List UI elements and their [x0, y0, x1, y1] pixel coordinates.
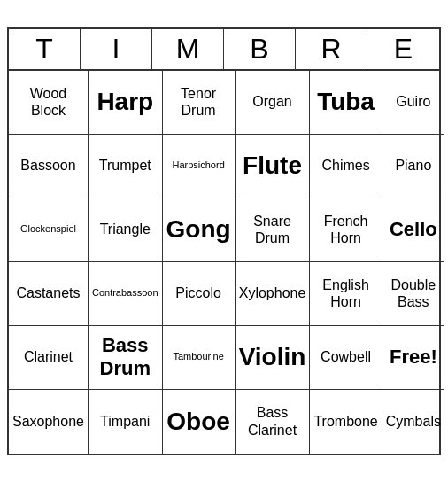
- bingo-cell-3[interactable]: Organ: [236, 71, 311, 135]
- bingo-cell-7[interactable]: Trumpet: [89, 135, 163, 198]
- bingo-cell-25[interactable]: Bass Drum: [89, 326, 163, 390]
- bingo-cell-26[interactable]: Tambourine: [163, 326, 236, 390]
- cell-label: Piccolo: [175, 284, 221, 301]
- bingo-cell-16[interactable]: French Horn: [310, 198, 382, 262]
- cell-label: Tenor Drum: [166, 85, 231, 119]
- cell-label: Bass Drum: [92, 334, 158, 381]
- cell-label: Tuba: [317, 87, 375, 117]
- bingo-cell-29[interactable]: Free!: [382, 326, 444, 390]
- bingo-cell-9[interactable]: Flute: [236, 135, 311, 198]
- bingo-cell-34[interactable]: Trombone: [310, 390, 382, 454]
- bingo-cell-17[interactable]: Cello: [382, 198, 444, 262]
- cell-label: Glockenspiel: [20, 223, 76, 235]
- cell-label: Snare Drum: [239, 213, 306, 246]
- cell-label: Trumpet: [99, 157, 151, 174]
- header-row: TIMBRE: [9, 29, 439, 71]
- bingo-cell-13[interactable]: Triangle: [89, 198, 163, 262]
- bingo-cell-0[interactable]: Wood Block: [9, 71, 89, 135]
- header-letter-e: E: [367, 29, 439, 69]
- cell-label: Guiro: [396, 93, 430, 110]
- cell-label: Organ: [252, 93, 291, 110]
- cell-label: English Horn: [313, 276, 377, 310]
- cell-label: Cymbals: [386, 413, 441, 430]
- cell-label: Gong: [166, 214, 231, 245]
- bingo-cell-11[interactable]: Piano: [382, 135, 444, 198]
- header-letter-i: I: [81, 29, 152, 69]
- bingo-cell-10[interactable]: Chimes: [310, 135, 382, 198]
- bingo-cell-15[interactable]: Snare Drum: [236, 198, 311, 262]
- cell-label: Harpsichord: [172, 159, 224, 171]
- header-letter-t: T: [9, 29, 81, 69]
- cell-label: Cello: [390, 218, 437, 241]
- cell-label: Double Bass: [386, 276, 441, 310]
- bingo-cell-22[interactable]: English Horn: [310, 262, 382, 326]
- bingo-cell-19[interactable]: Contrabassoon: [89, 262, 163, 326]
- header-letter-b: B: [224, 29, 296, 69]
- cell-label: Harp: [97, 87, 153, 117]
- grid: Wood BlockHarpTenor DrumOrganTubaGuiroBa…: [9, 71, 439, 454]
- bingo-cell-1[interactable]: Harp: [89, 71, 163, 135]
- cell-label: Chimes: [321, 157, 369, 174]
- bingo-cell-31[interactable]: Timpani: [89, 390, 163, 454]
- bingo-cell-18[interactable]: Castanets: [9, 262, 89, 326]
- cell-label: Trombone: [313, 413, 377, 430]
- cell-label: Flute: [243, 151, 302, 181]
- cell-label: Piano: [395, 157, 431, 174]
- bingo-cell-32[interactable]: Oboe: [163, 390, 236, 454]
- bingo-cell-23[interactable]: Double Bass: [382, 262, 444, 326]
- bingo-cell-2[interactable]: Tenor Drum: [163, 71, 236, 135]
- cell-label: Cowbell: [321, 348, 371, 365]
- bingo-cell-24[interactable]: Clarinet: [9, 326, 89, 390]
- cell-label: Triangle: [100, 221, 151, 237]
- cell-label: Clarinet: [24, 348, 73, 365]
- cell-label: Bassoon: [20, 157, 75, 174]
- cell-label: Oboe: [166, 407, 230, 437]
- bingo-card: TIMBRE Wood BlockHarpTenor DrumOrganTuba…: [7, 27, 441, 455]
- bingo-cell-12[interactable]: Glockenspiel: [9, 198, 89, 262]
- header-letter-r: R: [296, 29, 367, 69]
- cell-label: Saxophone: [12, 413, 84, 430]
- bingo-cell-35[interactable]: Cymbals: [382, 390, 444, 454]
- bingo-cell-30[interactable]: Saxophone: [9, 390, 89, 454]
- header-letter-m: M: [152, 29, 224, 69]
- cell-label: Timpani: [100, 413, 150, 430]
- cell-label: Xylophone: [239, 284, 306, 301]
- cell-label: Free!: [390, 346, 437, 369]
- cell-label: Tambourine: [173, 351, 223, 362]
- cell-label: French Horn: [313, 213, 377, 246]
- cell-label: Violin: [239, 342, 306, 372]
- bingo-cell-14[interactable]: Gong: [163, 198, 236, 262]
- bingo-cell-6[interactable]: Bassoon: [9, 135, 89, 198]
- bingo-cell-20[interactable]: Piccolo: [163, 262, 236, 326]
- bingo-cell-33[interactable]: Bass Clarinet: [236, 390, 311, 454]
- bingo-cell-8[interactable]: Harpsichord: [163, 135, 236, 198]
- cell-label: Wood Block: [12, 85, 84, 119]
- bingo-cell-21[interactable]: Xylophone: [236, 262, 311, 326]
- bingo-cell-28[interactable]: Cowbell: [310, 326, 382, 390]
- bingo-cell-5[interactable]: Guiro: [382, 71, 444, 135]
- bingo-cell-4[interactable]: Tuba: [310, 71, 382, 135]
- cell-label: Contrabassoon: [92, 287, 158, 299]
- cell-label: Bass Clarinet: [239, 404, 306, 438]
- bingo-cell-27[interactable]: Violin: [236, 326, 311, 390]
- cell-label: Castanets: [16, 284, 80, 301]
